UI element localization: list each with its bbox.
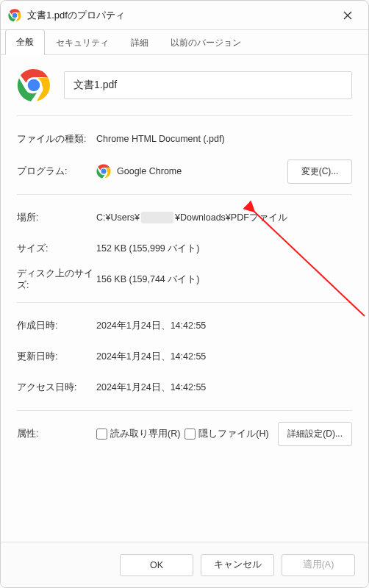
divider — [17, 194, 352, 195]
value-accessed: 2024年1月24日、14:42:55 — [96, 381, 352, 394]
tab-general[interactable]: 全般 — [5, 29, 45, 55]
readonly-checkbox-label[interactable]: 読み取り専用(R) — [96, 428, 180, 440]
value-size: 152 KB (155,999 バイト) — [96, 243, 352, 255]
titlebar: 文書1.pdfのプロパティ — [1, 1, 368, 30]
tab-security[interactable]: セキュリティ — [45, 30, 120, 55]
properties-dialog: 文書1.pdfのプロパティ 全般 セキュリティ 詳細 以前のバージョン ファイル… — [0, 0, 369, 588]
label-modified: 更新日時: — [17, 351, 96, 363]
label-created: 作成日時: — [17, 320, 96, 332]
tab-details[interactable]: 詳細 — [120, 30, 160, 55]
close-button[interactable] — [334, 4, 361, 27]
change-button[interactable]: 変更(C)... — [287, 159, 352, 184]
file-icon — [17, 68, 51, 102]
close-icon — [343, 11, 352, 20]
cancel-button[interactable]: キャンセル — [201, 554, 274, 576]
label-size: サイズ: — [17, 243, 96, 255]
hidden-checkbox-label[interactable]: 隠しファイル(H) — [184, 428, 268, 440]
apply-button[interactable]: 適用(A) — [282, 554, 355, 576]
label-location: 場所: — [17, 212, 96, 224]
program-icon — [96, 164, 111, 179]
value-program: Google Chrome — [117, 166, 182, 176]
general-tab-content: ファイルの種類: Chrome HTML Document (.pdf) プログ… — [1, 55, 368, 542]
label-accessed: アクセス日時: — [17, 381, 96, 394]
label-attributes: 属性: — [17, 428, 96, 440]
window-title: 文書1.pdfのプロパティ — [27, 9, 334, 22]
value-filetype: Chrome HTML Document (.pdf) — [96, 134, 352, 144]
dialog-footer: OK キャンセル 適用(A) — [1, 542, 368, 587]
value-disksize: 156 KB (159,744 バイト) — [96, 273, 352, 286]
advanced-button[interactable]: 詳細設定(D)... — [278, 422, 352, 446]
value-location: C:¥Users¥¥Downloads¥PDFファイル — [96, 212, 352, 224]
label-disksize: ディスク上のサイズ: — [17, 268, 96, 292]
filename-input[interactable] — [64, 71, 352, 99]
readonly-checkbox[interactable] — [96, 429, 107, 440]
label-filetype: ファイルの種類: — [17, 133, 96, 146]
ok-button[interactable]: OK — [120, 554, 193, 576]
tab-previous-versions[interactable]: 以前のバージョン — [160, 30, 252, 55]
label-program: プログラム: — [17, 165, 96, 178]
divider — [17, 410, 352, 411]
tabs: 全般 セキュリティ 詳細 以前のバージョン — [1, 30, 368, 55]
hidden-checkbox[interactable] — [184, 429, 196, 440]
divider — [17, 302, 352, 303]
chrome-icon — [8, 9, 21, 22]
divider — [17, 115, 352, 116]
value-modified: 2024年1月24日、14:42:55 — [96, 351, 352, 363]
value-created: 2024年1月24日、14:42:55 — [96, 320, 352, 332]
redacted-username — [141, 212, 173, 223]
